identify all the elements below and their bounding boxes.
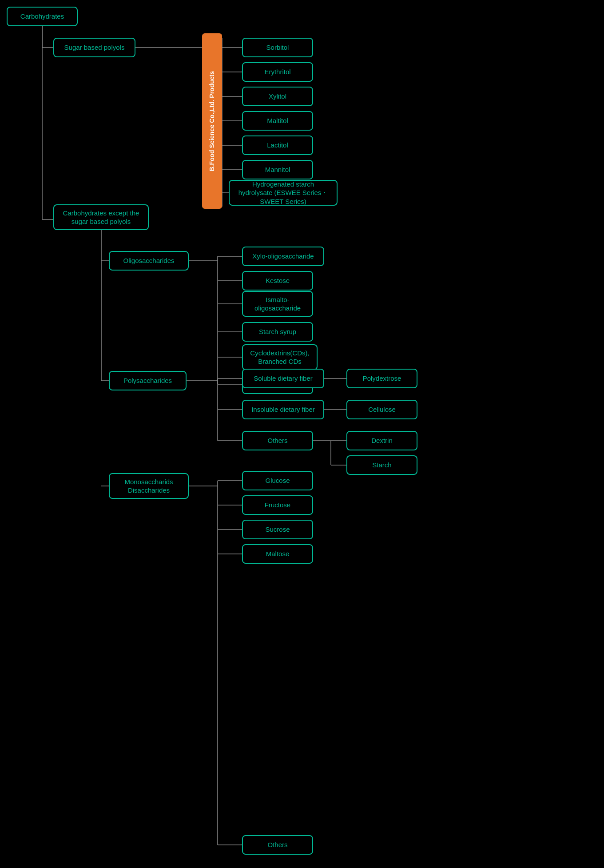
polydextrose-node[interactable]: Polydextrose	[346, 369, 417, 388]
kestose-node[interactable]: Kestose	[242, 271, 313, 291]
soluble-fiber-node[interactable]: Soluble dietary fiber	[242, 369, 324, 388]
ismalto-node[interactable]: Ismalto- oligosaccharide	[242, 291, 313, 317]
maltose-node[interactable]: Maltose	[242, 544, 313, 564]
mannitol-node[interactable]: Mannitol	[242, 160, 313, 179]
glucose-node[interactable]: Glucose	[242, 471, 313, 490]
cyclodextrins-node[interactable]: Cyclodextrins(CDs), Branched CDs	[242, 344, 318, 370]
erythritol-node[interactable]: Erythritol	[242, 62, 313, 82]
carb-except-node[interactable]: Carbohydrates except the sugar based pol…	[53, 204, 149, 230]
carbohydrates-node[interactable]: Carbohydrates	[7, 7, 78, 26]
starch-syrup-node[interactable]: Starch syrup	[242, 322, 313, 342]
sucrose-node[interactable]: Sucrose	[242, 520, 313, 539]
xylo-node[interactable]: Xylo-oligosaccharide	[242, 247, 324, 266]
insoluble-fiber-node[interactable]: Insoluble dietary fiber	[242, 400, 324, 419]
orange-bar-label: B.Food Science Co.,Ltd. Products	[208, 71, 217, 171]
sugar-polyols-node[interactable]: Sugar based polyols	[53, 38, 135, 57]
monosaccharids-node[interactable]: Monosaccharids Disaccharides	[109, 473, 189, 499]
xylitol-node[interactable]: Xylitol	[242, 87, 313, 106]
dextrin-node[interactable]: Dextrin	[346, 431, 417, 450]
hydrogenated-node[interactable]: Hydrogenated starch hydrolysate (ESWEE S…	[229, 180, 338, 206]
oligosaccharides-node[interactable]: Oligosaccharides	[109, 251, 189, 271]
mono-others-node[interactable]: Others	[242, 835, 313, 855]
poly-others-node[interactable]: Others	[242, 431, 313, 450]
diagram: B.Food Science Co.,Ltd. Products Carbohy…	[0, 0, 604, 868]
lactitol-node[interactable]: Lactitol	[242, 135, 313, 155]
maltitol-node[interactable]: Maltitol	[242, 111, 313, 131]
polysaccharides-node[interactable]: Polysaccharides	[109, 371, 187, 390]
fructose-node[interactable]: Fructose	[242, 495, 313, 515]
sorbitol-node[interactable]: Sorbitol	[242, 38, 313, 57]
starch-node[interactable]: Starch	[346, 455, 417, 475]
orange-bar: B.Food Science Co.,Ltd. Products	[202, 33, 222, 209]
cellulose-node[interactable]: Cellulose	[346, 400, 417, 419]
